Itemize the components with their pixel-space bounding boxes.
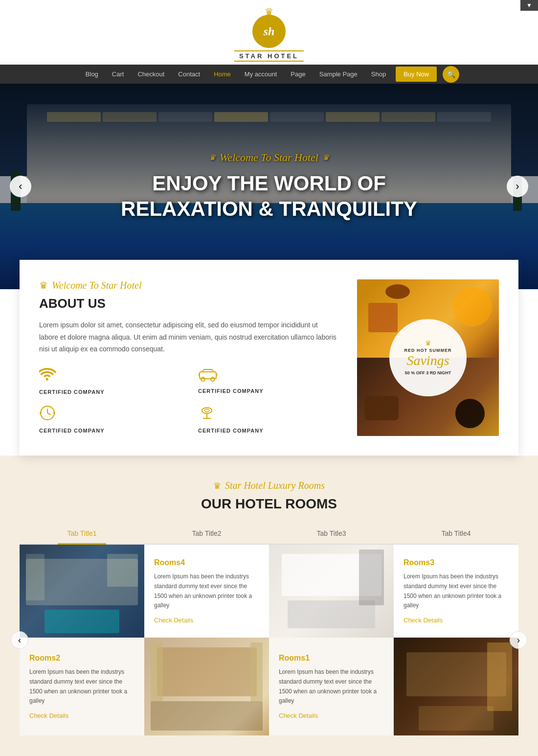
room-1-info: Rooms1 Lorem Ipsum has been the industry… — [269, 638, 394, 735]
promo-savings: Savings — [406, 353, 449, 368]
about-subtitle-text: Welcome To Star Hotel — [52, 280, 142, 291]
navigation: Blog Cart Checkout Contact Home My accou… — [0, 65, 538, 84]
rooms-title: OUR HOTEL ROOMS — [20, 496, 518, 512]
nav-list: Blog Cart Checkout Contact Home My accou… — [79, 65, 437, 84]
header: ♛ sh STAR HOTEL — [0, 0, 538, 65]
feature-food: CERTIFIED COMPANY — [198, 405, 337, 434]
logo-area: ♛ sh STAR HOTEL — [234, 7, 304, 62]
rooms-prev-button[interactable]: ‹ — [11, 631, 28, 649]
room-2-info: Rooms2 Lorem Ipsum has been the industry… — [20, 638, 144, 735]
about-title: ABOUT US — [39, 296, 337, 311]
svg-point-10 — [202, 408, 212, 413]
room-3-name: Rooms3 — [404, 558, 509, 567]
nav-cart[interactable]: Cart — [105, 65, 131, 84]
room-img-cell-1 — [20, 545, 144, 638]
nav-sample-page[interactable]: Sample Page — [313, 65, 364, 84]
room-1-name: Rooms1 — [279, 654, 384, 663]
wifi-icon — [39, 368, 58, 386]
about-left: ♛ Welcome To Star Hotel ABOUT US Lorem i… — [39, 279, 337, 434]
room-img-cell-2 — [144, 638, 269, 735]
feature-wifi-label: CERTIFIED COMPANY — [39, 389, 105, 395]
about-section: ♛ Welcome To Star Hotel ABOUT US Lorem i… — [20, 260, 518, 456]
prev-icon: ‹ — [19, 180, 22, 193]
rooms-grid: Rooms4 Lorem Ipsum has been the industry… — [20, 545, 518, 735]
nav-page[interactable]: Page — [284, 65, 312, 84]
rooms-subtitle-text: Star Hotel Luxury Rooms — [225, 480, 325, 491]
feature-clock: CERTIFIED COMPANY — [39, 405, 179, 434]
features-grid: CERTIFIED COMPANY CERTIFIED COMPANY CERT… — [39, 368, 337, 434]
nav-my-account[interactable]: My account — [238, 65, 284, 84]
about-right: ♛ RED HOT SUMMER Savings 50 % OFF 3 RD N… — [357, 279, 499, 436]
room-4-check-details[interactable]: Check Details — [154, 617, 259, 624]
top-bar: ▼ — [520, 0, 538, 11]
hero-title: ENJOY THE WORLD OF RELAXATION & TRANQUIL… — [103, 171, 435, 222]
room-3-desc: Lorem Ipsum has been the industrys stand… — [404, 572, 509, 611]
hero-next-button[interactable]: › — [507, 176, 528, 197]
about-subtitle: ♛ Welcome To Star Hotel — [39, 279, 337, 291]
rooms-section: ♛ Star Hotel Luxury Rooms OUR HOTEL ROOM… — [0, 456, 538, 756]
feature-car-label: CERTIFIED COMPANY — [198, 388, 264, 394]
about-crown-icon: ♛ — [39, 279, 48, 291]
rooms-next-button[interactable]: › — [510, 631, 527, 649]
tab-2[interactable]: Tab Title2 — [182, 524, 231, 544]
tab-3[interactable]: Tab Title3 — [307, 524, 356, 544]
food-icon — [198, 405, 216, 425]
hero-content: ♛ Welcome To Star Hotel ♛ ENJOY THE WORL… — [0, 84, 538, 289]
promo-offer: 50 % OFF 3 RD NIGHT — [405, 370, 451, 376]
nav-checkout[interactable]: Checkout — [131, 65, 171, 84]
nav-blog[interactable]: Blog — [79, 65, 105, 84]
top-bar-icon: ▼ — [526, 2, 532, 9]
room-2-name: Rooms2 — [29, 654, 134, 663]
room-2-desc: Lorem Ipsum has been the industrys stand… — [29, 667, 134, 706]
room-2-check-details[interactable]: Check Details — [29, 712, 134, 719]
svg-point-8 — [40, 412, 42, 414]
promo-circle: ♛ RED HOT SUMMER Savings 50 % OFF 3 RD N… — [389, 319, 467, 396]
feature-food-label: CERTIFIED COMPANY — [198, 428, 264, 434]
svg-point-11 — [204, 409, 209, 412]
car-icon — [198, 368, 218, 385]
promo-crown: ♛ — [425, 339, 431, 347]
feature-wifi: CERTIFIED COMPANY — [39, 368, 179, 395]
about-text: Lorem ipsum dolor sit amet, consectetur … — [39, 319, 337, 355]
tab-1[interactable]: Tab Title1 — [58, 524, 107, 545]
rooms-nav: Rooms4 Lorem Ipsum has been the industry… — [20, 545, 518, 735]
rooms-crown-icon: ♛ — [213, 481, 221, 491]
next-icon: › — [516, 180, 519, 193]
crown-right: ♛ — [322, 153, 329, 162]
room-1-check-details[interactable]: Check Details — [279, 712, 384, 719]
room-4-name: Rooms4 — [154, 558, 259, 567]
rooms-subtitle: ♛ Star Hotel Luxury Rooms — [20, 480, 518, 491]
nav-home[interactable]: Home — [207, 65, 238, 84]
nav-buy-now[interactable]: Buy Now — [396, 67, 437, 82]
logo-badge: sh — [252, 15, 286, 48]
logo-initials: sh — [264, 25, 275, 38]
svg-point-9 — [53, 412, 55, 414]
crown-left: ♛ — [209, 153, 216, 162]
hero-subtitle: ♛ Welcome To Star Hotel ♛ — [209, 151, 329, 164]
room-1-desc: Lorem Ipsum has been the industrys stand… — [279, 667, 384, 706]
room-img-cell-3 — [269, 545, 394, 638]
room-4-info: Rooms4 Lorem Ipsum has been the industry… — [144, 545, 269, 638]
room-img-cell-4 — [394, 638, 518, 735]
feature-car: CERTIFIED COMPANY — [198, 368, 337, 395]
room-3-check-details[interactable]: Check Details — [404, 617, 509, 624]
rooms-tabs: Tab Title1 Tab Title2 Tab Title3 Tab Tit… — [20, 524, 518, 545]
svg-line-7 — [47, 413, 50, 414]
logo-crown-container: ♛ sh — [252, 7, 286, 48]
search-button[interactable]: 🔍 — [443, 66, 459, 83]
feature-clock-label: CERTIFIED COMPANY — [39, 428, 105, 434]
logo-name: STAR HOTEL — [234, 50, 304, 62]
room-3-info: Rooms3 Lorem Ipsum has been the industry… — [394, 545, 518, 638]
hero-section: ‹ ♛ Welcome To Star Hotel ♛ ENJOY THE WO… — [0, 84, 538, 289]
nav-shop[interactable]: Shop — [364, 65, 393, 84]
hero-subtitle-text: Welcome To Star Hotel — [220, 151, 318, 164]
room-4-desc: Lorem Ipsum has been the industrys stand… — [154, 572, 259, 611]
hero-prev-button[interactable]: ‹ — [10, 176, 31, 197]
tab-4[interactable]: Tab Title4 — [432, 524, 481, 544]
clock-icon — [39, 405, 56, 425]
nav-contact[interactable]: Contact — [171, 65, 207, 84]
